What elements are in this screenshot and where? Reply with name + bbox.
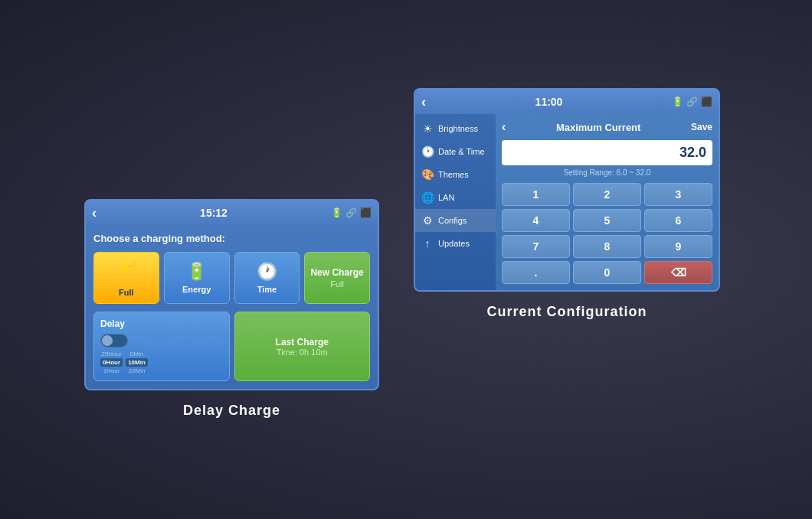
numpad-1[interactable]: 1	[502, 183, 570, 206]
numpad-5[interactable]: 5	[573, 209, 641, 232]
config-header: ‹ 11:00 🔋🔗⬛	[415, 90, 719, 114]
right-panel: ‹ 11:00 🔋🔗⬛ ☀ Brightness 🕐 Date & Time 🎨	[414, 88, 720, 320]
config-header-time: 11:00	[535, 96, 563, 108]
1hour-option[interactable]: 1Hour	[103, 367, 120, 374]
configs-label: Configs	[438, 216, 467, 225]
last-charge-time: Time: 0h 10m	[277, 348, 328, 357]
numpad-4[interactable]: 4	[502, 209, 570, 232]
themes-label: Themes	[438, 170, 469, 179]
config-main-area: ‹ Maximum Current Save 32.0 Setting Rang…	[496, 114, 719, 290]
header-time: 15:12	[200, 207, 228, 219]
updates-icon: ↑	[421, 237, 434, 250]
current-value-display: 32.0	[502, 140, 712, 165]
setting-range: Setting Range: 6.0 ~ 32.0	[502, 168, 712, 177]
max-current-title: Maximum Current	[556, 122, 641, 133]
numpad-8[interactable]: 8	[573, 235, 641, 258]
energy-method-button[interactable]: 🔋 Energy	[164, 252, 230, 304]
last-charge-label: Last Charge	[276, 337, 329, 348]
toggle-knob	[102, 335, 113, 346]
time-label: Time	[257, 285, 277, 294]
config-back-button[interactable]: ‹	[421, 94, 426, 110]
config-main-header: ‹ Maximum Current Save	[502, 120, 712, 134]
updates-label: Updates	[438, 239, 470, 248]
lan-icon: 🌐	[421, 191, 434, 204]
0hour-option[interactable]: 0Hour	[100, 358, 123, 367]
full-label: Full	[119, 288, 134, 297]
25hour-option[interactable]: 25Hour	[101, 351, 121, 357]
configs-icon: ⚙	[421, 214, 434, 227]
sidebar-item-datetime[interactable]: 🕐 Date & Time	[415, 140, 496, 163]
sidebar-item-themes[interactable]: 🎨 Themes	[415, 163, 496, 186]
energy-label: Energy	[182, 285, 211, 294]
config-screen: ‹ 11:00 🔋🔗⬛ ☀ Brightness 🕐 Date & Time 🎨	[414, 88, 720, 292]
sidebar-item-configs[interactable]: ⚙ Configs	[415, 209, 496, 232]
numpad-2[interactable]: 2	[573, 183, 641, 206]
bottom-row: Delay 25Hour 0Hour 1Hour 0Min 10Min	[93, 312, 370, 381]
numpad-9[interactable]: 9	[644, 235, 712, 258]
numpad-3[interactable]: 3	[644, 183, 712, 206]
status-icons: 🔋🔗⬛	[331, 207, 372, 218]
numpad-backspace[interactable]: ⌫	[644, 261, 712, 284]
delay-section: Delay 25Hour 0Hour 1Hour 0Min 10Min	[93, 312, 230, 381]
brightness-icon: ☀	[421, 122, 434, 135]
left-panel: ‹ 15:12 🔋🔗⬛ Choose a charging method: A …	[84, 199, 379, 419]
delay-toggle[interactable]	[100, 334, 128, 348]
choose-label: Choose a charging method:	[93, 233, 370, 244]
delay-label: Delay	[100, 318, 223, 329]
sidebar-item-brightness[interactable]: ☀ Brightness	[415, 117, 496, 140]
numpad-7[interactable]: 7	[502, 235, 570, 258]
clock-icon: 🕐	[257, 262, 277, 282]
numpad: 1 2 3 4 5 6 7 8 9 . 0 ⌫	[502, 183, 712, 284]
numpad-6[interactable]: 6	[644, 209, 712, 232]
20min-option[interactable]: 20Min	[129, 367, 146, 374]
time-selector: 25Hour 0Hour 1Hour 0Min 10Min 20Min	[100, 351, 223, 374]
0min-option[interactable]: 0Min	[130, 351, 143, 357]
svg-text:⚡: ⚡	[126, 259, 135, 273]
save-button[interactable]: Save	[691, 122, 712, 132]
lightning-icon: A ⚡	[118, 259, 135, 285]
themes-icon: 🎨	[421, 168, 434, 181]
new-charge-button[interactable]: New Charge Full	[304, 252, 370, 304]
config-status-icons: 🔋🔗⬛	[672, 96, 712, 107]
screen-header: ‹ 15:12 🔋🔗⬛	[86, 201, 378, 225]
delay-charge-caption: Delay Charge	[84, 403, 379, 419]
main-back-button[interactable]: ‹	[502, 120, 506, 134]
config-body: ☀ Brightness 🕐 Date & Time 🎨 Themes 🌐 LA…	[415, 114, 719, 290]
time-method-button[interactable]: 🕐 Time	[234, 252, 300, 304]
lan-label: LAN	[438, 193, 454, 202]
minutes-column: 0Min 10Min 20Min	[126, 351, 148, 374]
current-config-caption: Current Configuration	[414, 304, 720, 320]
delay-charge-screen: ‹ 15:12 🔋🔗⬛ Choose a charging method: A …	[84, 199, 379, 390]
screen-content: Choose a charging method: A ⚡ Full 🔋 En	[86, 225, 378, 389]
last-charge-button[interactable]: Last Charge Time: 0h 10m	[234, 312, 371, 381]
numpad-dot[interactable]: .	[502, 261, 570, 284]
datetime-label: Date & Time	[438, 147, 485, 156]
back-button[interactable]: ‹	[92, 205, 97, 221]
charging-methods: A ⚡ Full 🔋 Energy 🕐 Time	[93, 252, 370, 304]
datetime-icon: 🕐	[421, 145, 434, 158]
sidebar-item-lan[interactable]: 🌐 LAN	[415, 186, 496, 209]
new-charge-main-label: New Charge	[310, 267, 363, 278]
battery-icon: 🔋	[186, 262, 207, 282]
sidebar-item-updates[interactable]: ↑ Updates	[415, 232, 496, 255]
numpad-0[interactable]: 0	[573, 261, 641, 284]
10min-option[interactable]: 10Min	[126, 358, 148, 367]
full-method-button[interactable]: A ⚡ Full	[93, 252, 159, 304]
brightness-label: Brightness	[438, 124, 478, 133]
new-charge-sub-label: Full	[330, 279, 344, 289]
config-sidebar: ☀ Brightness 🕐 Date & Time 🎨 Themes 🌐 LA…	[415, 114, 496, 290]
hours-column: 25Hour 0Hour 1Hour	[100, 351, 123, 374]
